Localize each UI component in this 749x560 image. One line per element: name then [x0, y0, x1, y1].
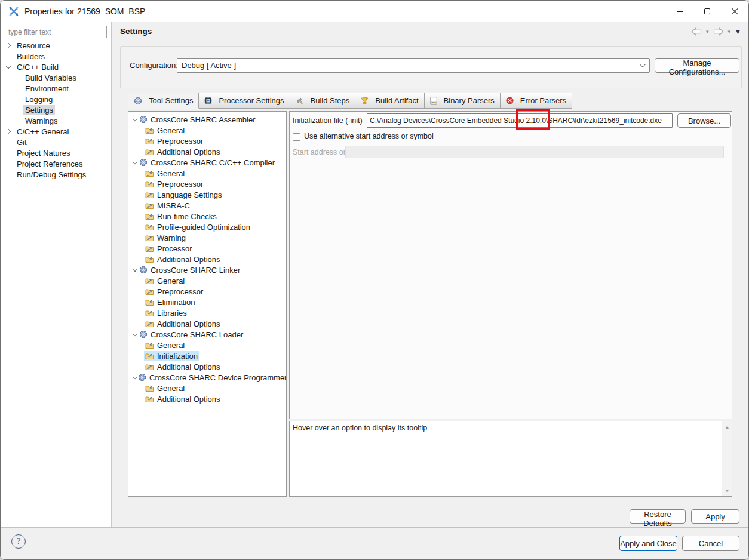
close-button[interactable] — [721, 1, 748, 22]
tool-tree-group-crosscore-sharc-linker[interactable]: CrossCore SHARC Linker — [128, 264, 286, 275]
settings-page-icon — [145, 234, 154, 242]
sidebar-item-builders[interactable]: Builders — [1, 51, 111, 61]
tool-tree-item-label: General — [157, 126, 185, 135]
settings-page-icon — [145, 363, 154, 371]
tool-tree-item-additional-options[interactable]: Additional Options — [128, 361, 286, 372]
tool-tree-item-processor[interactable]: Processor — [128, 243, 286, 254]
tab-build-steps[interactable]: Build Steps — [290, 93, 356, 109]
configuration-combobox[interactable]: Debug [ Active ] — [177, 58, 650, 73]
tool-tree-item-label: Additional Options — [157, 147, 220, 156]
tool-tree-item-general[interactable]: General — [128, 125, 286, 136]
tool-tree-item-language-settings[interactable]: Language Settings — [128, 189, 286, 200]
tool-tree-group-crosscore-sharc-c-c-compiler[interactable]: CrossCore SHARC C/C++ Compiler — [128, 157, 286, 168]
sidebar-item-environment[interactable]: Environment — [1, 83, 111, 94]
filter-input[interactable] — [5, 26, 107, 38]
tool-tree-item-preprocessor[interactable]: Preprocessor — [128, 136, 286, 146]
tool-tree-item-general[interactable]: General — [128, 340, 286, 350]
expander-icon[interactable] — [128, 269, 138, 271]
manage-configurations-button[interactable]: Manage Configurations... — [655, 58, 739, 73]
tool-tree-group-cell: CrossCore SHARC Linker — [138, 265, 242, 275]
settings-page-icon — [145, 180, 154, 188]
tool-tree-item-warning[interactable]: Warning — [128, 232, 286, 243]
sidebar-item-label: C/C++ General — [15, 127, 70, 137]
help-icon: ? — [17, 537, 20, 546]
expander-icon[interactable] — [128, 376, 137, 379]
svg-text:010: 010 — [431, 101, 436, 104]
tool-tree-item-initialization[interactable]: Initialization — [128, 350, 286, 361]
tooltip-scrollbar[interactable]: ▲ ▼ — [722, 421, 732, 496]
tool-tree-item-additional-options[interactable]: Additional Options — [128, 254, 286, 264]
close-icon — [731, 8, 738, 15]
sidebar-item-c-c-build[interactable]: C/C++ Build — [1, 61, 111, 72]
scroll-down-icon[interactable]: ▼ — [722, 486, 732, 496]
sidebar-item-project-references[interactable]: Project References — [1, 158, 111, 169]
tool-tree-item-general[interactable]: General — [128, 383, 286, 393]
minimize-button[interactable] — [666, 1, 693, 22]
sidebar-item-git[interactable]: Git — [1, 137, 111, 147]
tool-tree-item-misra-c[interactable]: MISRA-C — [128, 200, 286, 211]
back-icon[interactable] — [691, 27, 702, 36]
expander-icon[interactable] — [128, 161, 138, 164]
init-file-input[interactable] — [367, 113, 673, 128]
expander-icon[interactable] — [128, 333, 138, 336]
sidebar-item-warnings[interactable]: Warnings — [1, 115, 111, 126]
tool-tree-item-preprocessor[interactable]: Preprocessor — [128, 286, 286, 297]
tool-tree-item-elimination[interactable]: Elimination — [128, 297, 286, 307]
restore-defaults-button[interactable]: Restore Defaults — [630, 509, 686, 524]
tab-bar: Tool SettingsProcessor SettingsBuild Ste… — [128, 93, 572, 109]
tool-tree-item-additional-options[interactable]: Additional Options — [128, 318, 286, 329]
sidebar-item-logging[interactable]: Logging — [1, 94, 111, 104]
browse-button[interactable]: Browse... — [677, 113, 731, 128]
tool-tree-group-crosscore-sharc-loader[interactable]: CrossCore SHARC Loader — [128, 329, 286, 340]
tool-tree-group-cell: CrossCore SHARC Assembler — [138, 115, 257, 125]
tab-build-artifact[interactable]: Build Artifact — [355, 93, 424, 109]
forward-icon[interactable] — [713, 27, 724, 36]
tool-tree-item-cell: Additional Options — [144, 319, 222, 329]
sidebar-item-project-natures[interactable]: Project Natures — [1, 147, 111, 158]
tool-tree-item-additional-options[interactable]: Additional Options — [128, 146, 286, 157]
apply-and-close-button[interactable]: Apply and Close — [619, 536, 677, 551]
tool-tree-item-general[interactable]: General — [128, 275, 286, 286]
settings-page-icon — [145, 341, 154, 349]
tool-tree-item-label: Run-time Checks — [157, 212, 217, 221]
tool-tree-item-additional-options[interactable]: Additional Options — [128, 393, 286, 404]
tab-processor-settings[interactable]: Processor Settings — [198, 93, 290, 109]
tool-tree-item-cell: General — [144, 383, 186, 393]
expander-icon[interactable] — [4, 44, 15, 47]
help-button[interactable]: ? — [11, 534, 26, 549]
page-header: Settings ▾ ▾ ▼ — [112, 22, 748, 41]
sidebar-item-settings[interactable]: Settings — [1, 104, 111, 115]
back-dropdown-icon[interactable]: ▾ — [706, 29, 709, 35]
sidebar-item-run-debug-settings[interactable]: Run/Debug Settings — [1, 169, 111, 180]
sidebar-item-c-c-general[interactable]: C/C++ General — [1, 126, 111, 137]
tool-tree-group-label: CrossCore SHARC Assembler — [151, 115, 256, 124]
start-address-input-disabled — [345, 146, 724, 158]
tool-tree-item-profile-guided-optimization[interactable]: Profile-guided Optimization — [128, 221, 286, 232]
scroll-up-icon[interactable]: ▲ — [722, 422, 732, 432]
tool-tree-group-crosscore-sharc-device-programmer[interactable]: CrossCore SHARC Device Programmer — [128, 372, 286, 383]
page-nav-icons: ▾ ▾ ▼ — [691, 22, 741, 41]
cancel-button[interactable]: Cancel — [682, 536, 739, 551]
sidebar-item-resource[interactable]: Resource — [1, 40, 111, 51]
tab-tool-settings[interactable]: Tool Settings — [128, 93, 199, 109]
sidebar-item-build-variables[interactable]: Build Variables — [1, 72, 111, 83]
tab-label: Error Parsers — [520, 96, 566, 105]
tool-tree-item-run-time-checks[interactable]: Run-time Checks — [128, 211, 286, 221]
expander-icon[interactable] — [4, 66, 15, 68]
expander-icon[interactable] — [4, 130, 15, 133]
sidebar-tree: ResourceBuildersC/C++ BuildBuild Variabl… — [1, 40, 111, 180]
forward-dropdown-icon[interactable]: ▾ — [728, 29, 731, 35]
tool-tree-group-cell: CrossCore SHARC C/C++ Compiler — [138, 158, 277, 168]
view-menu-icon[interactable]: ▼ — [735, 29, 741, 35]
tool-tree-item-preprocessor[interactable]: Preprocessor — [128, 179, 286, 189]
maximize-icon — [704, 8, 710, 14]
alt-start-checkbox[interactable] — [293, 133, 300, 141]
tab-error-parsers[interactable]: Error Parsers — [500, 93, 572, 109]
maximize-button[interactable] — [693, 1, 721, 22]
apply-button[interactable]: Apply — [691, 509, 739, 524]
expander-icon[interactable] — [128, 118, 138, 121]
tool-tree-item-libraries[interactable]: Libraries — [128, 307, 286, 318]
tab-binary-parsers[interactable]: 010Binary Parsers — [424, 93, 501, 109]
tool-tree-group-crosscore-sharc-assembler[interactable]: CrossCore SHARC Assembler — [128, 114, 286, 125]
tool-tree-item-general[interactable]: General — [128, 168, 286, 179]
